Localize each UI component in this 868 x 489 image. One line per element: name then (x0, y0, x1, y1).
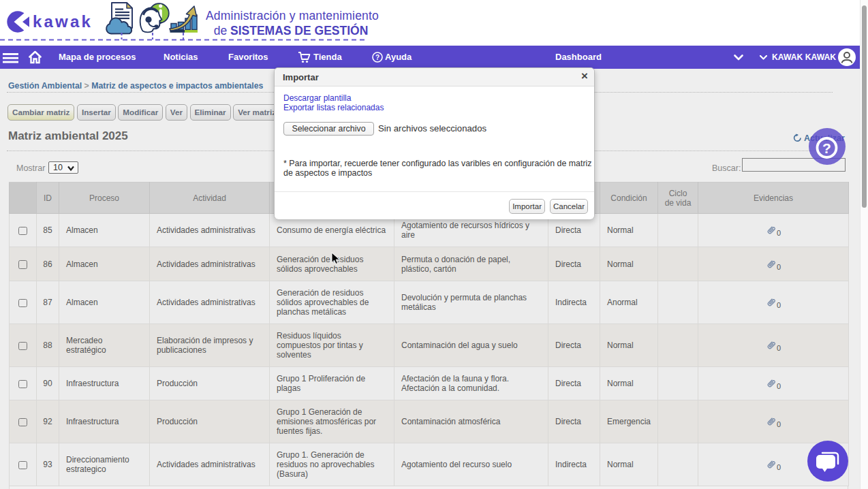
svg-text:?: ? (375, 54, 379, 61)
svg-text:kawak: kawak (33, 12, 93, 31)
svg-text:?: ? (822, 140, 831, 156)
